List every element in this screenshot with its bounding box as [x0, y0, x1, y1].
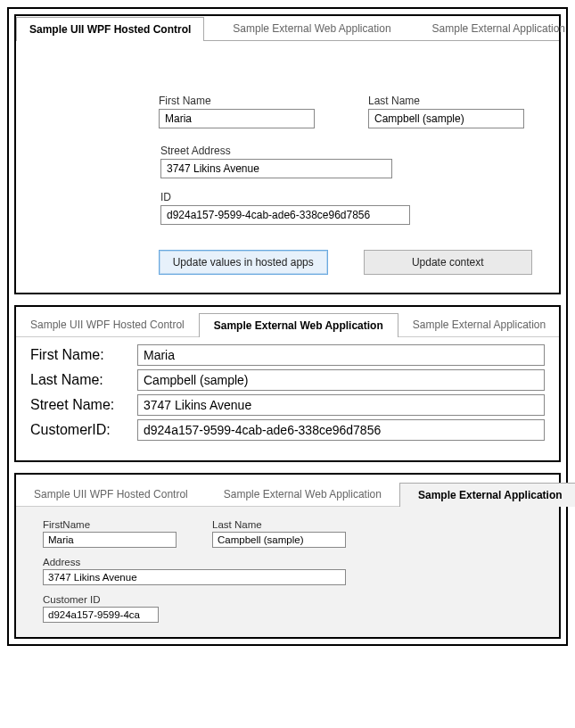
tab-strip: Sample UII WPF Hosted Control Sample Ext…	[16, 307, 559, 337]
tab-external-app[interactable]: Sample External Application	[399, 483, 575, 507]
customer-id-label: Customer ID	[43, 594, 532, 605]
customer-id-label: CustomerID:	[30, 422, 137, 438]
first-name-input[interactable]	[159, 109, 315, 128]
street-name-label: Street Name:	[30, 397, 137, 413]
first-name-input[interactable]	[137, 344, 545, 366]
address-input[interactable]	[43, 569, 346, 585]
tab-wpf-hosted[interactable]: Sample UII WPF Hosted Control	[16, 313, 199, 336]
first-name-label: First Name:	[30, 347, 137, 363]
first-name-label: FirstName	[43, 519, 177, 530]
panel-external-app: Sample UII WPF Hosted Control Sample Ext…	[14, 473, 561, 639]
customer-id-input[interactable]	[137, 419, 545, 441]
last-name-input[interactable]	[212, 532, 346, 548]
last-name-input[interactable]	[368, 109, 524, 128]
panel-external-web-app: Sample UII WPF Hosted Control Sample Ext…	[14, 305, 561, 462]
tab-strip: Sample UII WPF Hosted Control Sample Ext…	[16, 16, 559, 41]
street-address-input[interactable]	[160, 159, 392, 178]
street-name-input[interactable]	[137, 394, 545, 416]
id-label: ID	[160, 191, 532, 203]
tab-external-app[interactable]: Sample External Application	[398, 313, 560, 336]
first-name-label: First Name	[159, 95, 315, 107]
first-name-input[interactable]	[43, 532, 177, 548]
last-name-label: Last Name	[212, 519, 346, 530]
update-context-button[interactable]: Update context	[364, 250, 533, 275]
update-hosted-apps-button[interactable]: Update values in hosted apps	[159, 250, 328, 275]
id-input[interactable]	[160, 205, 410, 225]
tab-web-app[interactable]: Sample External Web Application	[220, 17, 403, 40]
tab-external-app[interactable]: Sample External Application	[420, 17, 575, 40]
panel-wpf-hosted-control: Sample UII WPF Hosted Control Sample Ext…	[14, 14, 561, 294]
street-address-label: Street Address	[160, 145, 532, 157]
last-name-label: Last Name	[368, 95, 524, 107]
last-name-input[interactable]	[137, 369, 545, 391]
tab-web-app[interactable]: Sample External Web Application	[199, 313, 398, 337]
address-label: Address	[43, 557, 532, 567]
tab-web-app[interactable]: Sample External Web Application	[206, 483, 399, 506]
last-name-label: Last Name:	[30, 372, 137, 388]
tab-strip: Sample UII WPF Hosted Control Sample Ext…	[16, 475, 559, 507]
tab-wpf-hosted[interactable]: Sample UII WPF Hosted Control	[16, 483, 206, 506]
tab-wpf-hosted[interactable]: Sample UII WPF Hosted Control	[16, 17, 204, 41]
customer-id-input[interactable]	[43, 607, 159, 623]
